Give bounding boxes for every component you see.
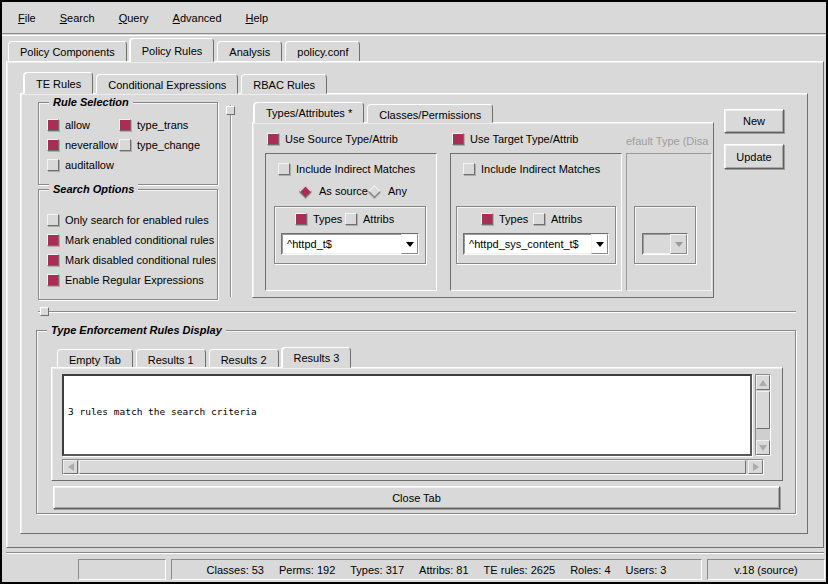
type-trans-label: type_trans [137, 119, 188, 131]
tab-analysis[interactable]: Analysis [217, 41, 282, 62]
use-target-checkbox[interactable] [452, 133, 464, 145]
results-tab-bar: Empty Tab Results 1 Results 2 Results 3 [57, 347, 354, 368]
menu-help[interactable]: Help [236, 10, 279, 26]
default-type-combo [642, 233, 688, 255]
use-target-checkbox-row[interactable]: Use Target Type/Attrib [452, 133, 578, 145]
close-tab-button[interactable]: Close Tab [53, 486, 780, 509]
source-indirect-checkbox[interactable] [278, 163, 290, 175]
source-attribs-row[interactable]: Attribs [345, 213, 394, 225]
tab-classes-permissions[interactable]: Classes/Permissions [367, 104, 493, 123]
mark-enabled-checkbox[interactable] [47, 234, 59, 246]
stat-perms: Perms: 192 [279, 564, 335, 576]
target-indirect-row[interactable]: Include Indirect Matches [463, 163, 600, 175]
search-options-title: Search Options [49, 183, 138, 195]
results-text[interactable]: 3 rules match the search criteria (5822)… [62, 374, 752, 456]
tab-types-attributes[interactable]: Types/Attributes * [254, 102, 364, 123]
status-version-box: v.18 (source) [707, 559, 825, 580]
regex-checkbox[interactable] [47, 274, 59, 286]
checkbox-mark-enabled[interactable]: Mark enabled conditional rules [47, 234, 214, 246]
enabled-rules-checkbox[interactable] [47, 214, 59, 226]
scroll-right-button[interactable] [748, 460, 763, 474]
tab-policy-components[interactable]: Policy Components [8, 41, 127, 62]
results-vscrollbar[interactable] [755, 374, 771, 456]
policy-version: v.18 (source) [734, 564, 797, 576]
tab-rbac-rules[interactable]: RBAC Rules [241, 74, 327, 94]
use-source-checkbox-row[interactable]: Use Source Type/Attrib [267, 133, 398, 145]
results-hscrollbar[interactable] [62, 459, 764, 475]
source-type-combo-value[interactable]: ^httpd_t$ [282, 234, 401, 254]
horizontal-sash-grip[interactable] [40, 307, 49, 316]
target-types-checkbox[interactable] [481, 213, 493, 225]
target-combo-arrow-button[interactable] [591, 234, 608, 254]
ta-panel: Use Source Type/Attrib Include Indirect … [252, 122, 714, 298]
neverallow-label: neverallow [65, 139, 118, 151]
update-button[interactable]: Update [724, 144, 784, 169]
radio-as-source[interactable]: As source [298, 185, 368, 197]
source-combo-arrow-button[interactable] [401, 234, 418, 254]
source-indirect-label: Include Indirect Matches [296, 163, 415, 175]
menu-file[interactable]: File [8, 10, 46, 26]
checkbox-mark-disabled[interactable]: Mark disabled conditional rules [47, 254, 216, 266]
hscroll-thumb[interactable] [79, 460, 746, 474]
stat-types: Types: 317 [350, 564, 404, 576]
mark-disabled-checkbox[interactable] [47, 254, 59, 266]
source-attribs-checkbox[interactable] [345, 213, 357, 225]
source-frame: Include Indirect Matches As source Any T… [265, 153, 437, 291]
target-indirect-checkbox[interactable] [463, 163, 475, 175]
main-tab-bar: Policy Components Policy Rules Analysis … [8, 38, 363, 62]
checkbox-regex[interactable]: Enable Regular Expressions [47, 274, 204, 286]
scroll-left-button[interactable] [63, 460, 78, 474]
checkbox-neverallow[interactable]: neverallow [47, 139, 118, 151]
arrow-down-icon [759, 445, 767, 451]
target-attribs-row[interactable]: Attribs [533, 213, 582, 225]
tab-results-1[interactable]: Results 1 [136, 349, 206, 368]
default-combo-arrow-button [670, 234, 687, 254]
tab-conditional-expressions[interactable]: Conditional Expressions [96, 74, 238, 94]
rules-tab-bar: TE Rules Conditional Expressions RBAC Ru… [24, 72, 330, 94]
tab-results-2[interactable]: Results 2 [209, 349, 279, 368]
mark-enabled-label: Mark enabled conditional rules [65, 234, 214, 246]
as-source-radio[interactable] [299, 185, 312, 198]
ta-tab-bar: Types/Attributes * Classes/Permissions [254, 102, 496, 123]
tab-te-rules[interactable]: TE Rules [24, 72, 93, 94]
results-summary: 3 rules match the search criteria [68, 405, 750, 419]
target-attribs-checkbox[interactable] [533, 213, 545, 225]
vscroll-thumb[interactable] [756, 391, 770, 429]
target-type-combo-value[interactable]: ^httpd_sys_content_t$ [464, 234, 591, 254]
target-types-row[interactable]: Types [481, 213, 528, 225]
horizontal-sash[interactable] [38, 311, 796, 313]
target-type-combo[interactable]: ^httpd_sys_content_t$ [463, 233, 609, 255]
new-button[interactable]: New [724, 109, 784, 133]
source-types-row[interactable]: Types [295, 213, 342, 225]
checkbox-allow[interactable]: allow [47, 119, 90, 131]
checkbox-auditallow[interactable]: auditallow [47, 159, 114, 171]
radio-any[interactable]: Any [367, 185, 407, 197]
menu-search[interactable]: Search [50, 10, 105, 26]
tab-policy-conf[interactable]: policy.conf [285, 41, 360, 62]
menu-advanced[interactable]: Advanced [163, 10, 232, 26]
type-trans-checkbox[interactable] [119, 119, 131, 131]
source-type-combo[interactable]: ^httpd_t$ [281, 233, 419, 255]
vertical-sash-grip[interactable] [226, 106, 235, 115]
default-type-frame [626, 153, 712, 291]
scroll-up-button[interactable] [756, 375, 770, 390]
use-source-checkbox[interactable] [267, 133, 279, 145]
vertical-sash[interactable] [230, 105, 232, 297]
any-radio[interactable] [368, 185, 381, 198]
checkbox-enabled-rules-only[interactable]: Only search for enabled rules [47, 214, 209, 226]
tab-results-3[interactable]: Results 3 [282, 347, 352, 368]
scroll-down-button[interactable] [756, 440, 770, 455]
source-indirect-row[interactable]: Include Indirect Matches [278, 163, 415, 175]
tab-policy-rules[interactable]: Policy Rules [130, 38, 215, 62]
auditallow-checkbox[interactable] [47, 159, 59, 171]
source-types-checkbox[interactable] [295, 213, 307, 225]
allow-checkbox[interactable] [47, 119, 59, 131]
bottom-separator [6, 552, 824, 554]
target-attribs-label: Attribs [551, 213, 582, 225]
checkbox-type-change[interactable]: type_change [119, 139, 200, 151]
menu-query[interactable]: Query [109, 10, 159, 26]
neverallow-checkbox[interactable] [47, 139, 59, 151]
tab-empty-tab[interactable]: Empty Tab [57, 349, 133, 368]
checkbox-type-trans[interactable]: type_trans [119, 119, 188, 131]
type-change-checkbox[interactable] [119, 139, 131, 151]
